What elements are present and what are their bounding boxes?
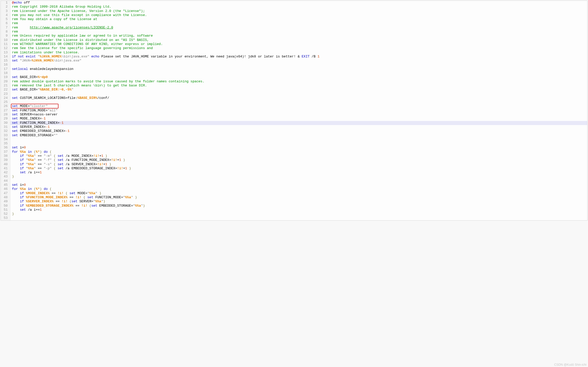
code-line[interactable]: 6rem bbox=[1, 21, 587, 25]
code-line[interactable]: 15set "JAVA=%JAVA_HOME%\bin\java.exe" bbox=[1, 59, 587, 63]
code-content[interactable]: rem bbox=[10, 21, 587, 25]
code-content[interactable]: rem limitations under the License. bbox=[10, 51, 587, 55]
code-line[interactable]: 47 if %MODE_INDEX% == !i! ( set MODE="%%… bbox=[1, 191, 587, 195]
code-line[interactable]: 38 if "%%a" == "-m" ( set /a MODE_INDEX=… bbox=[1, 154, 587, 158]
code-content[interactable]: rem http://www.apache.org/licenses/LICEN… bbox=[10, 26, 587, 30]
code-line[interactable]: 8rem bbox=[1, 30, 587, 34]
code-content[interactable]: rem WITHOUT WARRANTIES OR CONDITIONS OF … bbox=[10, 42, 587, 46]
code-line[interactable]: 21rem removed the last 5 chars(which mea… bbox=[1, 84, 587, 88]
code-content[interactable]: set EMBEDDED_STORAGE_INDEX=-1 bbox=[10, 129, 587, 133]
code-line[interactable]: 28set SERVER=nacos-server bbox=[1, 113, 587, 117]
code-content[interactable]: set MODE="cluster" bbox=[10, 104, 587, 108]
code-content[interactable]: for %%a in (%*) do ( bbox=[10, 150, 587, 154]
code-line[interactable]: 14if not exist "%JAVA_HOME%\bin\java.exe… bbox=[1, 55, 587, 59]
line-number: 52 bbox=[1, 212, 10, 216]
code-content[interactable]: setlocal enabledelayedexpansion bbox=[10, 67, 587, 71]
code-line[interactable]: 52) bbox=[1, 212, 587, 216]
code-content[interactable]: if "%%a" == "-p" ( set /a EMBEDDED_STORA… bbox=[10, 166, 587, 171]
code-line[interactable]: 4rem you may not use this file except in… bbox=[1, 13, 587, 17]
code-content[interactable]: set FUNCTION_MODE="all" bbox=[10, 109, 587, 113]
code-content[interactable]: set MODE_INDEX=-1 bbox=[10, 117, 587, 121]
code-editor[interactable]: 1@echo off2rem Copyright 1999-2018 Aliba… bbox=[1, 1, 587, 221]
code-line[interactable]: 43) bbox=[1, 175, 587, 179]
code-line[interactable]: 22set BASE_DIR="%BASE_DIR:~0,-5%" bbox=[1, 88, 587, 92]
code-content[interactable]: if %EMBEDDED_STORAGE_INDEX% == !i! (set … bbox=[10, 204, 587, 208]
code-line[interactable]: 30set FUNCTION_MODE_INDEX=-1 bbox=[1, 121, 587, 125]
code-line[interactable]: 9rem Unless required by applicable law o… bbox=[1, 34, 587, 38]
code-line[interactable]: 51 set /a i+=1 bbox=[1, 208, 587, 212]
code-content[interactable]: ) bbox=[10, 212, 587, 216]
code-content[interactable]: rem removed the last 5 chars(which means… bbox=[10, 84, 587, 88]
code-content[interactable]: rem You may obtain a copy of the License… bbox=[10, 17, 587, 21]
code-content[interactable]: set i=0 bbox=[10, 183, 587, 187]
code-line[interactable]: 39 if "%%a" == "-f" ( set /a FUNCTION_MO… bbox=[1, 158, 587, 162]
code-content[interactable]: for %%a in (%*) do ( bbox=[10, 187, 587, 191]
code-content[interactable]: rem Copyright 1999-2018 Alibaba Group Ho… bbox=[10, 5, 587, 9]
code-line[interactable]: 25 bbox=[1, 100, 587, 104]
code-content[interactable]: if %FUNCTION_MODE_INDEX% == !i! ( set FU… bbox=[10, 195, 587, 200]
code-line[interactable]: 13rem limitations under the License. bbox=[1, 51, 587, 55]
code-line[interactable]: 32set EMBEDDED_STORAGE_INDEX=-1 bbox=[1, 129, 587, 133]
code-line[interactable]: 12rem See the License for the specific l… bbox=[1, 46, 587, 50]
code-content[interactable]: set i=0 bbox=[10, 146, 587, 150]
code-line[interactable]: 33set EMBEDDED_STORAGE="" bbox=[1, 133, 587, 137]
code-content[interactable]: set EMBEDDED_STORAGE="" bbox=[10, 133, 587, 137]
code-line[interactable]: 31set SERVER_INDEX=-1 bbox=[1, 125, 587, 129]
code-line[interactable]: 17setlocal enabledelayedexpansion bbox=[1, 67, 587, 71]
code-line[interactable]: 29set MODE_INDEX=-1 bbox=[1, 117, 587, 121]
code-line[interactable]: 40 if "%%a" == "-s" ( set /a SERVER_INDE… bbox=[1, 162, 587, 166]
code-content[interactable]: ) bbox=[10, 175, 587, 179]
code-line[interactable]: 26set MODE="cluster" bbox=[1, 104, 587, 108]
code-line[interactable]: 18 bbox=[1, 71, 587, 75]
code-content[interactable]: rem Unless required by applicable law or… bbox=[10, 34, 587, 38]
code-content[interactable]: set /a i+=1 bbox=[10, 208, 587, 212]
code-line[interactable]: 10rem distributed under the License is d… bbox=[1, 38, 587, 42]
code-line[interactable]: 34 bbox=[1, 137, 587, 142]
code-content[interactable]: rem distributed under the License is dis… bbox=[10, 38, 587, 42]
code-content[interactable]: rem you may not use this file except in … bbox=[10, 13, 587, 17]
code-content[interactable]: rem added double quotation marks to avoi… bbox=[10, 80, 587, 84]
code-content[interactable]: set SERVER_INDEX=-1 bbox=[10, 125, 587, 129]
code-line[interactable]: 7rem http://www.apache.org/licenses/LICE… bbox=[1, 26, 587, 30]
code-content[interactable]: set SERVER=nacos-server bbox=[10, 113, 587, 117]
code-line[interactable]: 45set i=0 bbox=[1, 183, 587, 187]
code-content[interactable]: if "%%a" == "-s" ( set /a SERVER_INDEX=!… bbox=[10, 162, 587, 166]
code-line[interactable]: 35 bbox=[1, 142, 587, 146]
code-content[interactable]: @echo off bbox=[10, 1, 587, 5]
code-line[interactable]: 5rem You may obtain a copy of the Licens… bbox=[1, 17, 587, 21]
code-content[interactable]: set BASE_DIR=%~dp0 bbox=[10, 75, 587, 79]
code-line[interactable]: 42 set /a i+=1 bbox=[1, 171, 587, 175]
code-line[interactable]: 44 bbox=[1, 179, 587, 183]
code-line[interactable]: 1@echo off bbox=[1, 1, 587, 5]
code-line[interactable]: 27set FUNCTION_MODE="all" bbox=[1, 109, 587, 113]
code-line[interactable]: 2rem Copyright 1999-2018 Alibaba Group H… bbox=[1, 5, 587, 9]
code-content[interactable]: set CUSTOM_SEARCH_LOCATIONS=file:%BASE_D… bbox=[10, 96, 587, 100]
code-content[interactable]: rem bbox=[10, 30, 587, 34]
code-content[interactable]: set /a i+=1 bbox=[10, 171, 587, 175]
code-content[interactable]: set FUNCTION_MODE_INDEX=-1 bbox=[10, 121, 587, 125]
code-line[interactable]: 46for %%a in (%*) do ( bbox=[1, 187, 587, 191]
code-content[interactable]: if %MODE_INDEX% == !i! ( set MODE="%%a" … bbox=[10, 191, 587, 195]
code-line[interactable]: 48 if %FUNCTION_MODE_INDEX% == !i! ( set… bbox=[1, 195, 587, 200]
code-line[interactable]: 16 bbox=[1, 63, 587, 67]
code-content[interactable]: if %SERVER_INDEX% == !i! (set SERVER="%%… bbox=[10, 200, 587, 204]
code-line[interactable]: 36set i=0 bbox=[1, 146, 587, 150]
code-line[interactable]: 11rem WITHOUT WARRANTIES OR CONDITIONS O… bbox=[1, 42, 587, 46]
code-line[interactable]: 37for %%a in (%*) do ( bbox=[1, 150, 587, 154]
code-line[interactable]: 3rem Licensed under the Apache License, … bbox=[1, 9, 587, 13]
code-line[interactable]: 19set BASE_DIR=%~dp0 bbox=[1, 75, 587, 79]
code-line[interactable]: 23 bbox=[1, 92, 587, 96]
code-line[interactable]: 41 if "%%a" == "-p" ( set /a EMBEDDED_ST… bbox=[1, 166, 587, 171]
code-line[interactable]: 20rem added double quotation marks to av… bbox=[1, 80, 587, 84]
code-line[interactable]: 49 if %SERVER_INDEX% == !i! (set SERVER=… bbox=[1, 200, 587, 204]
code-content[interactable]: rem See the License for the specific lan… bbox=[10, 46, 587, 50]
code-line[interactable]: 53 bbox=[1, 216, 587, 220]
code-content[interactable]: if "%%a" == "-m" ( set /a MODE_INDEX=!i!… bbox=[10, 154, 587, 158]
code-content[interactable]: if not exist "%JAVA_HOME%\bin\java.exe" … bbox=[10, 55, 587, 59]
code-content[interactable]: set "JAVA=%JAVA_HOME%\bin\java.exe" bbox=[10, 59, 587, 63]
code-content[interactable]: if "%%a" == "-f" ( set /a FUNCTION_MODE_… bbox=[10, 158, 587, 162]
code-content[interactable]: rem Licensed under the Apache License, V… bbox=[10, 9, 587, 13]
code-line[interactable]: 50 if %EMBEDDED_STORAGE_INDEX% == !i! (s… bbox=[1, 204, 587, 208]
code-line[interactable]: 24set CUSTOM_SEARCH_LOCATIONS=file:%BASE… bbox=[1, 96, 587, 100]
code-content[interactable]: set BASE_DIR="%BASE_DIR:~0,-5%" bbox=[10, 88, 587, 92]
